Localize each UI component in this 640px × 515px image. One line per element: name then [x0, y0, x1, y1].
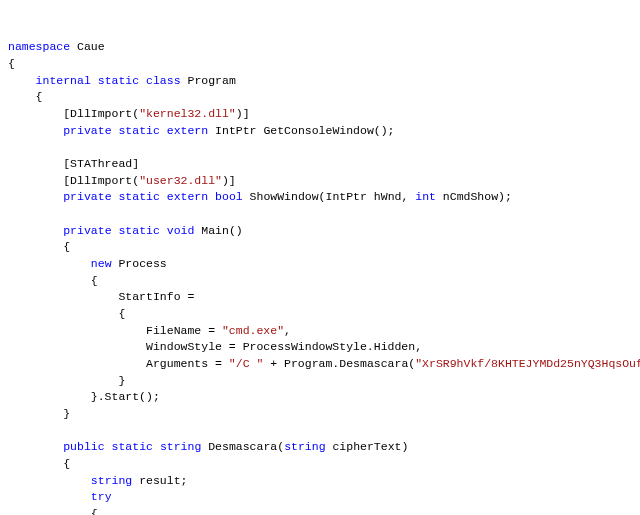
namespace-name: Caue	[77, 40, 105, 53]
code-viewer: namespace Caue { internal static class P…	[8, 39, 632, 515]
